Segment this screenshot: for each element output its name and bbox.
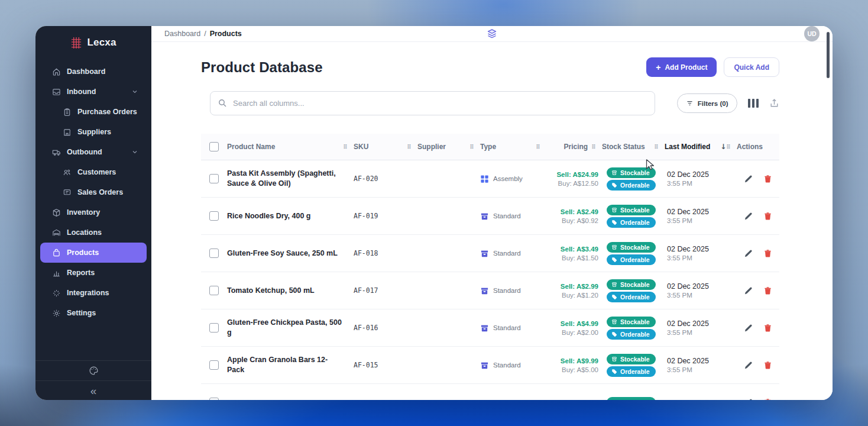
row-checkbox[interactable] xyxy=(209,211,219,221)
sidebar-item-dashboard[interactable]: Dashboard xyxy=(40,62,147,82)
sidebar-item-purchase-orders[interactable]: Purchase Orders xyxy=(40,102,147,122)
product-type: Standard xyxy=(480,286,546,295)
breadcrumb-dashboard[interactable]: Dashboard xyxy=(164,30,200,38)
sidebar-item-inbound[interactable]: Inbound xyxy=(40,82,147,102)
column-header-pricing[interactable]: Pricing ⠿ xyxy=(546,143,602,151)
sidebar-item-customers[interactable]: Customers xyxy=(40,162,147,182)
sidebar-footer: « xyxy=(35,360,151,400)
buy-price: Buy: A$5.00 xyxy=(546,366,598,373)
avatar[interactable]: UD xyxy=(804,26,820,41)
orderable-icon xyxy=(611,294,617,300)
modified-time: 3:55 PM xyxy=(667,366,737,373)
row-checkbox[interactable] xyxy=(209,248,219,258)
sidebar-item-locations[interactable]: Locations xyxy=(40,222,147,243)
sidebar-item-reports[interactable]: Reports xyxy=(40,263,147,283)
column-header-sku[interactable]: SKU ⠿ xyxy=(354,143,417,151)
delete-icon[interactable] xyxy=(763,249,772,258)
content: Product Database + Add Product Quick Add xyxy=(151,42,833,400)
filters-button[interactable]: Filters (0) xyxy=(677,93,737,113)
edit-icon[interactable] xyxy=(744,212,753,221)
modified-date: 02 Dec 2025 xyxy=(667,357,737,365)
edit-icon[interactable] xyxy=(744,249,753,258)
breadcrumb-current: Products xyxy=(210,30,242,38)
buy-price: Buy: A$1.20 xyxy=(546,292,598,299)
badge-stockable: Stockable xyxy=(607,354,656,364)
buy-price: Buy: A$12.50 xyxy=(546,180,598,187)
column-header-last-modified[interactable]: Last Modified ↓ ⠿ xyxy=(665,143,737,151)
search-input[interactable] xyxy=(210,91,655,115)
product-sku: AF-019 xyxy=(354,212,417,220)
row-checkbox[interactable] xyxy=(209,360,219,370)
add-product-button[interactable]: + Add Product xyxy=(646,57,717,77)
column-drag-handle[interactable]: ⠿ xyxy=(591,144,596,150)
sidebar-item-outbound[interactable]: Outbound xyxy=(40,142,147,162)
row-checkbox[interactable] xyxy=(209,286,219,295)
product-type: Standard xyxy=(480,249,546,258)
assembly-type-icon xyxy=(480,175,489,183)
last-modified-cell: 02 Dec 2025 3:55 PM xyxy=(665,245,737,262)
column-header-type[interactable]: Type ⠿ xyxy=(480,143,546,151)
delete-icon[interactable] xyxy=(763,175,772,183)
delete-icon[interactable] xyxy=(763,361,772,370)
product-type: Standard xyxy=(480,361,546,370)
sidebar-item-products[interactable]: Products xyxy=(40,243,147,263)
delete-icon[interactable] xyxy=(763,212,772,221)
sidebar: Lecxa Dashboard Inbound Purchase Orders … xyxy=(35,26,151,400)
column-drag-handle[interactable]: ⠿ xyxy=(343,144,348,150)
vertical-scrollbar[interactable] xyxy=(827,32,830,78)
row-checkbox[interactable] xyxy=(209,174,219,183)
delete-icon[interactable] xyxy=(763,324,772,333)
actions-cell xyxy=(737,324,779,333)
theme-button[interactable] xyxy=(35,361,151,380)
column-header-stock-status[interactable]: Stock Status ⠿ xyxy=(602,143,665,151)
sidebar-item-integrations[interactable]: Integrations xyxy=(40,283,147,303)
edit-icon[interactable] xyxy=(744,398,753,401)
modified-date: 02 Dec 2025 xyxy=(667,282,737,291)
stock-status-cell: StockableOrderable xyxy=(602,167,665,191)
sidebar-item-settings[interactable]: Settings xyxy=(40,303,147,323)
column-header-supplier[interactable]: Supplier ⠿ xyxy=(417,143,480,151)
pricing-cell: Sell: A$24.99 Buy: A$12.50 xyxy=(546,171,602,187)
export-icon[interactable] xyxy=(769,98,779,108)
page-title: Product Database xyxy=(201,59,323,76)
sidebar-nav: Dashboard Inbound Purchase Orders Suppli… xyxy=(35,62,151,360)
product-name: Rice Noodles Dry, 400 g xyxy=(227,211,354,221)
sidebar-item-sales-orders[interactable]: Sales Orders xyxy=(40,182,147,202)
last-modified-cell: 02 Dec 2025 3:55 PM xyxy=(665,170,737,187)
sidebar-item-inventory[interactable]: Inventory xyxy=(40,202,147,222)
bar-chart-icon xyxy=(52,269,61,277)
column-header-actions[interactable]: Actions xyxy=(737,143,779,151)
column-header-product-name[interactable]: Product Name ⠿ xyxy=(227,143,354,151)
sell-price: Sell: A$9.99 xyxy=(546,357,598,364)
orderable-icon xyxy=(611,331,617,337)
column-drag-handle[interactable]: ⠿ xyxy=(654,144,659,150)
column-drag-handle[interactable]: ⠿ xyxy=(469,144,474,150)
badge-orderable: Orderable xyxy=(607,180,656,191)
stock-status-cell: StockableOrderable xyxy=(602,242,665,265)
edit-icon[interactable] xyxy=(744,324,753,333)
edit-icon[interactable] xyxy=(744,175,753,183)
palette-icon xyxy=(89,366,99,376)
main-area: Dashboard / Products UD Product Database… xyxy=(151,26,833,400)
column-drag-handle[interactable]: ⠿ xyxy=(407,144,412,150)
chevron-down-icon xyxy=(131,88,138,95)
row-checkbox[interactable] xyxy=(209,398,219,400)
modified-time: 3:55 PM xyxy=(667,329,737,336)
delete-icon[interactable] xyxy=(763,398,772,401)
truck-icon xyxy=(52,148,61,157)
home-icon xyxy=(52,67,61,76)
row-checkbox[interactable] xyxy=(209,323,219,333)
delete-icon[interactable] xyxy=(763,286,772,295)
collapse-sidebar-button[interactable]: « xyxy=(35,380,151,400)
edit-icon[interactable] xyxy=(744,361,753,370)
layers-stack-icon[interactable] xyxy=(486,28,498,40)
column-drag-handle[interactable]: ⠿ xyxy=(726,144,731,150)
edit-icon[interactable] xyxy=(744,286,753,295)
sidebar-item-suppliers[interactable]: Suppliers xyxy=(40,122,147,142)
column-drag-handle[interactable]: ⠿ xyxy=(536,144,540,150)
actions-cell xyxy=(737,249,779,258)
quick-add-button[interactable]: Quick Add xyxy=(724,57,779,77)
columns-toggle-button[interactable] xyxy=(748,99,759,108)
search-icon xyxy=(218,98,227,108)
select-all-checkbox[interactable] xyxy=(209,142,219,151)
